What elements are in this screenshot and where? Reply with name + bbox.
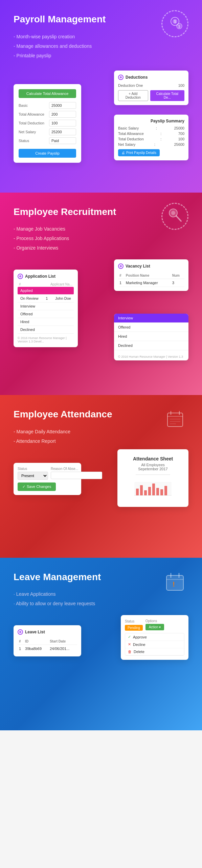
payroll-bullets: Month-wise payslip creation Manage allow… [14, 32, 188, 60]
vacancy-row: 1 Marketing Manager 3 [118, 279, 184, 287]
x-icon: ✕ [128, 642, 131, 647]
basic-row: Basic [19, 102, 76, 109]
total-allowance-input[interactable] [49, 111, 76, 118]
summary-allowance: Total Allowance : 700 [118, 132, 184, 136]
recruit-icon [161, 203, 188, 230]
leave-row: 1 39ba8b69 24/06/201... [18, 645, 77, 653]
svg-text:$: $ [178, 25, 180, 28]
status-hired[interactable]: Hired [18, 318, 74, 326]
payroll-left-card: Calculate Total Allowance Basic Total Al… [14, 84, 81, 163]
payslip-summary-card: Payslip Summary Basic Salary : 25000 Tot… [114, 115, 188, 160]
deduction-one-row: Deduction One 100 [118, 83, 184, 87]
svg-text:$: $ [174, 19, 176, 24]
deductions-header: ⊕ Deductions [118, 75, 184, 80]
leave-list-header: ⊕ Leave List [18, 629, 77, 635]
svg-rect-19 [144, 490, 147, 495]
attendance-icon [161, 405, 188, 432]
net-salary-input[interactable] [49, 129, 76, 135]
summary-title: Payslip Summary [118, 119, 184, 123]
interview-footer: © 2016 Human Resource Manager | Version … [114, 353, 188, 360]
basic-input[interactable] [49, 102, 76, 109]
leave-decline-item[interactable]: ✕ Decline [125, 641, 184, 648]
app-list-icon: ⊕ [18, 274, 23, 279]
vacancy-list-header: ⊕ Vacancy List [118, 263, 184, 269]
app-list-cols: # Applicant Na... [18, 282, 74, 286]
vacancy-table: # Position Name Num 1 Marketing Manager … [118, 272, 184, 287]
calculate-allowance-button[interactable]: Calculate Total Allowance [19, 89, 76, 98]
svg-point-6 [171, 211, 175, 215]
attendance-sheet-card: Attendance Sheet All Employees Sepetembe… [117, 449, 188, 507]
payroll-icon: $ $ [161, 10, 188, 37]
leave-cards: ⊕ Leave List # ID Start Date 1 39ba8b69 … [14, 615, 188, 710]
status-declined[interactable]: Declined [18, 326, 74, 334]
total-deduction-row: Total Deduction [19, 120, 76, 126]
leave-col-start: Start Date [48, 638, 77, 645]
leave-list-icon: ⊕ [18, 629, 23, 635]
leave-icon: ! [161, 568, 188, 595]
svg-rect-17 [136, 489, 139, 495]
svg-rect-23 [160, 489, 163, 495]
recruitment-section: Employee Recruitment Manage Job Vacancie… [0, 193, 202, 395]
svg-line-7 [176, 216, 181, 221]
payroll-section: $ $ Payroll Management Month-wise paysli… [0, 0, 202, 193]
svg-rect-22 [156, 488, 159, 495]
leave-section: ! Leave Management Leave Applications Ab… [0, 558, 202, 731]
deduction-actions: + Add Deduction Calculate Total De... [118, 90, 184, 101]
leave-delete-item[interactable]: 🗑 Delete [125, 648, 184, 655]
sheet-sub2: Sepetember 2017 [124, 467, 182, 471]
interview-status-offered[interactable]: Offered [114, 323, 188, 332]
leave-list-card: ⊕ Leave List # ID Start Date 1 39ba8b69 … [14, 625, 81, 656]
summary-deduction: Total Deduction : 100 [118, 137, 184, 141]
summary-basic: Basic Salary : 25000 [118, 126, 184, 130]
leave-table: # ID Start Date 1 39ba8b69 24/06/201... [18, 638, 77, 652]
payroll-cards: Calculate Total Allowance Basic Total Al… [14, 71, 188, 172]
leave-status-badge: Pending [125, 625, 143, 631]
leave-approve-item[interactable]: ✓ Approve [125, 633, 184, 641]
reason-field: Reason Of Abse... [51, 467, 102, 480]
vacancy-icon: ⊕ [118, 263, 124, 269]
status-field: Status Present [18, 467, 48, 480]
status-interview[interactable]: Interview [18, 302, 74, 310]
vacancy-col-position: Position Name [125, 272, 171, 279]
attendance-section: Employee Attendance Manage Daily Attenda… [0, 395, 202, 558]
status-row: Status [19, 137, 76, 144]
deductions-circle-icon: ⊕ [118, 75, 124, 80]
leave-action-button[interactable]: Action ▾ [145, 624, 164, 630]
status-applied[interactable]: Applied [18, 287, 74, 295]
attendance-form-row: Status Present Reason Of Abse... [18, 467, 77, 480]
interview-status-declined[interactable]: Declined [114, 341, 188, 350]
status-input[interactable] [49, 137, 76, 144]
trash-icon: 🗑 [128, 650, 132, 654]
create-payslip-button[interactable]: Create Payslip [19, 149, 76, 158]
vacancy-list-card: ⊕ Vacancy List # Position Name Num 1 Mar… [114, 259, 188, 291]
sheet-title: Attendance Sheet [124, 456, 182, 461]
attendance-cards: Status Present Reason Of Abse... ✓ Save … [14, 453, 188, 537]
recruitment-cards: ⊕ Application List # Applicant Na... App… [14, 259, 188, 375]
leave-status-row: Status Pending Options Action ▾ [125, 619, 184, 630]
status-offered[interactable]: Offered [18, 310, 74, 318]
status-on-review[interactable]: On Review 1 John Doe [18, 295, 74, 302]
vacancy-col-hash: # [118, 272, 125, 279]
status-select[interactable]: Present [18, 472, 48, 480]
leave-options-field: Options Action ▾ [145, 619, 164, 630]
attendance-chart [133, 478, 173, 499]
save-changes-button[interactable]: ✓ Save Changes [18, 482, 56, 491]
print-payslip-button[interactable]: 🖨 Print Payslip Details [118, 149, 160, 156]
svg-rect-21 [152, 484, 155, 495]
leave-col-hash: # [18, 638, 24, 645]
total-deduction-input[interactable] [49, 120, 76, 126]
add-deduction-button[interactable]: + Add Deduction [118, 90, 148, 101]
calculate-total-deduction-button[interactable]: Calculate Total De... [150, 90, 184, 101]
attendance-form-card: Status Present Reason Of Abse... ✓ Save … [14, 463, 81, 495]
svg-text:!: ! [173, 580, 175, 588]
vacancy-col-num: Num [171, 272, 184, 279]
app-list-footer: © 2016 Human Resource Manager | Version … [18, 336, 74, 343]
svg-rect-25 [166, 575, 183, 590]
reason-input[interactable] [51, 472, 102, 479]
leave-menu: ✓ Approve ✕ Decline 🗑 Delete [125, 633, 184, 656]
svg-rect-18 [140, 485, 143, 495]
interview-status-interview[interactable]: Interview [114, 314, 188, 323]
sheet-sub1: All Employees [124, 463, 182, 467]
interview-status-hired[interactable]: Hired [114, 332, 188, 341]
svg-rect-24 [164, 486, 167, 495]
